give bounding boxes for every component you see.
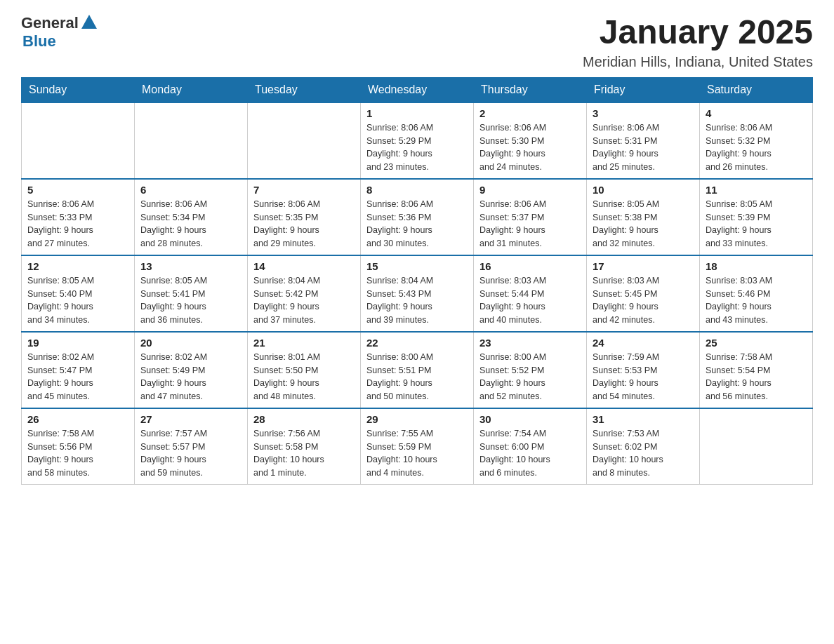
day-info: Sunrise: 8:06 AMSunset: 5:32 PMDaylight:… bbox=[706, 121, 807, 174]
calendar-week-row: 19Sunrise: 8:02 AMSunset: 5:47 PMDayligh… bbox=[22, 332, 813, 408]
calendar-cell: 29Sunrise: 7:55 AMSunset: 5:59 PMDayligh… bbox=[361, 408, 474, 485]
calendar-cell: 3Sunrise: 8:06 AMSunset: 5:31 PMDaylight… bbox=[587, 102, 700, 179]
day-number: 25 bbox=[706, 337, 807, 349]
calendar-cell: 20Sunrise: 8:02 AMSunset: 5:49 PMDayligh… bbox=[135, 332, 248, 408]
calendar-cell: 12Sunrise: 8:05 AMSunset: 5:40 PMDayligh… bbox=[22, 255, 135, 332]
day-number: 9 bbox=[479, 184, 581, 196]
day-number: 18 bbox=[706, 260, 807, 272]
calendar-cell: 6Sunrise: 8:06 AMSunset: 5:34 PMDaylight… bbox=[135, 179, 248, 255]
calendar-cell: 24Sunrise: 7:59 AMSunset: 5:53 PMDayligh… bbox=[587, 332, 700, 408]
day-number: 12 bbox=[27, 260, 128, 272]
day-number: 28 bbox=[253, 413, 355, 425]
calendar-cell: 17Sunrise: 8:03 AMSunset: 5:45 PMDayligh… bbox=[587, 255, 700, 332]
day-number: 17 bbox=[593, 260, 694, 272]
day-number: 5 bbox=[27, 184, 128, 196]
page-subtitle: Meridian Hills, Indiana, United States bbox=[583, 54, 813, 70]
day-number: 7 bbox=[253, 184, 355, 196]
calendar-cell: 1Sunrise: 8:06 AMSunset: 5:29 PMDaylight… bbox=[361, 102, 474, 179]
calendar-cell bbox=[700, 408, 813, 485]
day-info: Sunrise: 8:02 AMSunset: 5:49 PMDaylight:… bbox=[140, 351, 241, 403]
calendar-cell: 19Sunrise: 8:02 AMSunset: 5:47 PMDayligh… bbox=[22, 332, 135, 408]
day-info: Sunrise: 7:53 AMSunset: 6:02 PMDaylight:… bbox=[593, 427, 694, 480]
day-number: 8 bbox=[366, 184, 468, 196]
day-number: 30 bbox=[479, 413, 581, 425]
column-header-monday: Monday bbox=[135, 77, 248, 102]
day-number: 27 bbox=[140, 413, 241, 425]
day-info: Sunrise: 8:03 AMSunset: 5:44 PMDaylight:… bbox=[479, 274, 581, 327]
calendar-cell: 13Sunrise: 8:05 AMSunset: 5:41 PMDayligh… bbox=[135, 255, 248, 332]
calendar-cell: 15Sunrise: 8:04 AMSunset: 5:43 PMDayligh… bbox=[361, 255, 474, 332]
day-number: 15 bbox=[366, 260, 468, 272]
day-info: Sunrise: 8:02 AMSunset: 5:47 PMDaylight:… bbox=[27, 351, 128, 403]
day-number: 4 bbox=[706, 107, 807, 119]
svg-marker-0 bbox=[81, 15, 97, 29]
calendar-header-row: SundayMondayTuesdayWednesdayThursdayFrid… bbox=[22, 77, 813, 102]
calendar-week-row: 12Sunrise: 8:05 AMSunset: 5:40 PMDayligh… bbox=[22, 255, 813, 332]
calendar-cell: 8Sunrise: 8:06 AMSunset: 5:36 PMDaylight… bbox=[361, 179, 474, 255]
calendar-cell: 11Sunrise: 8:05 AMSunset: 5:39 PMDayligh… bbox=[700, 179, 813, 255]
day-number: 11 bbox=[706, 184, 807, 196]
calendar-cell: 26Sunrise: 7:58 AMSunset: 5:56 PMDayligh… bbox=[22, 408, 135, 485]
day-info: Sunrise: 7:57 AMSunset: 5:57 PMDaylight:… bbox=[140, 427, 241, 480]
day-info: Sunrise: 8:05 AMSunset: 5:40 PMDaylight:… bbox=[27, 274, 128, 327]
calendar-cell: 9Sunrise: 8:06 AMSunset: 5:37 PMDaylight… bbox=[474, 179, 587, 255]
calendar-cell: 28Sunrise: 7:56 AMSunset: 5:58 PMDayligh… bbox=[248, 408, 361, 485]
day-number: 13 bbox=[140, 260, 241, 272]
day-info: Sunrise: 8:05 AMSunset: 5:41 PMDaylight:… bbox=[140, 274, 241, 327]
day-info: Sunrise: 8:06 AMSunset: 5:30 PMDaylight:… bbox=[479, 121, 581, 174]
day-info: Sunrise: 8:05 AMSunset: 5:39 PMDaylight:… bbox=[706, 198, 807, 250]
logo-general-text: General bbox=[21, 14, 79, 32]
day-number: 16 bbox=[479, 260, 581, 272]
calendar-cell: 25Sunrise: 7:58 AMSunset: 5:54 PMDayligh… bbox=[700, 332, 813, 408]
calendar-cell: 16Sunrise: 8:03 AMSunset: 5:44 PMDayligh… bbox=[474, 255, 587, 332]
calendar-week-row: 5Sunrise: 8:06 AMSunset: 5:33 PMDaylight… bbox=[22, 179, 813, 255]
day-number: 1 bbox=[366, 107, 468, 119]
calendar-cell bbox=[135, 102, 248, 179]
calendar-cell bbox=[22, 102, 135, 179]
calendar-cell: 30Sunrise: 7:54 AMSunset: 6:00 PMDayligh… bbox=[474, 408, 587, 485]
day-number: 3 bbox=[593, 107, 694, 119]
logo-blue-text: Blue bbox=[22, 32, 98, 51]
calendar-week-row: 26Sunrise: 7:58 AMSunset: 5:56 PMDayligh… bbox=[22, 408, 813, 485]
calendar-week-row: 1Sunrise: 8:06 AMSunset: 5:29 PMDaylight… bbox=[22, 102, 813, 179]
calendar-cell: 2Sunrise: 8:06 AMSunset: 5:30 PMDaylight… bbox=[474, 102, 587, 179]
day-info: Sunrise: 8:06 AMSunset: 5:34 PMDaylight:… bbox=[140, 198, 241, 250]
page-title: January 2025 bbox=[583, 14, 813, 51]
column-header-saturday: Saturday bbox=[700, 77, 813, 102]
column-header-friday: Friday bbox=[587, 77, 700, 102]
day-number: 29 bbox=[366, 413, 468, 425]
calendar-cell: 21Sunrise: 8:01 AMSunset: 5:50 PMDayligh… bbox=[248, 332, 361, 408]
calendar-cell: 31Sunrise: 7:53 AMSunset: 6:02 PMDayligh… bbox=[587, 408, 700, 485]
calendar-cell: 27Sunrise: 7:57 AMSunset: 5:57 PMDayligh… bbox=[135, 408, 248, 485]
calendar-cell bbox=[248, 102, 361, 179]
day-info: Sunrise: 8:03 AMSunset: 5:46 PMDaylight:… bbox=[706, 274, 807, 327]
day-info: Sunrise: 8:06 AMSunset: 5:35 PMDaylight:… bbox=[253, 198, 355, 250]
day-number: 26 bbox=[27, 413, 128, 425]
logo: General Blue bbox=[21, 14, 98, 51]
day-info: Sunrise: 8:06 AMSunset: 5:36 PMDaylight:… bbox=[366, 198, 468, 250]
day-number: 10 bbox=[593, 184, 694, 196]
day-info: Sunrise: 7:58 AMSunset: 5:56 PMDaylight:… bbox=[27, 427, 128, 480]
column-header-wednesday: Wednesday bbox=[361, 77, 474, 102]
calendar-cell: 7Sunrise: 8:06 AMSunset: 5:35 PMDaylight… bbox=[248, 179, 361, 255]
calendar-table: SundayMondayTuesdayWednesdayThursdayFrid… bbox=[21, 77, 813, 485]
day-number: 2 bbox=[479, 107, 581, 119]
calendar-cell: 4Sunrise: 8:06 AMSunset: 5:32 PMDaylight… bbox=[700, 102, 813, 179]
logo-icon bbox=[80, 13, 98, 32]
day-number: 19 bbox=[27, 337, 128, 349]
day-number: 22 bbox=[366, 337, 468, 349]
day-number: 14 bbox=[253, 260, 355, 272]
calendar-cell: 10Sunrise: 8:05 AMSunset: 5:38 PMDayligh… bbox=[587, 179, 700, 255]
day-info: Sunrise: 7:54 AMSunset: 6:00 PMDaylight:… bbox=[479, 427, 581, 480]
day-info: Sunrise: 8:06 AMSunset: 5:31 PMDaylight:… bbox=[593, 121, 694, 174]
day-number: 20 bbox=[140, 337, 241, 349]
day-number: 31 bbox=[593, 413, 694, 425]
day-info: Sunrise: 8:03 AMSunset: 5:45 PMDaylight:… bbox=[593, 274, 694, 327]
calendar-cell: 23Sunrise: 8:00 AMSunset: 5:52 PMDayligh… bbox=[474, 332, 587, 408]
day-info: Sunrise: 8:00 AMSunset: 5:51 PMDaylight:… bbox=[366, 351, 468, 403]
calendar-cell: 22Sunrise: 8:00 AMSunset: 5:51 PMDayligh… bbox=[361, 332, 474, 408]
day-number: 24 bbox=[593, 337, 694, 349]
day-number: 21 bbox=[253, 337, 355, 349]
day-info: Sunrise: 7:58 AMSunset: 5:54 PMDaylight:… bbox=[706, 351, 807, 403]
title-block: January 2025 Meridian Hills, Indiana, Un… bbox=[583, 14, 813, 70]
